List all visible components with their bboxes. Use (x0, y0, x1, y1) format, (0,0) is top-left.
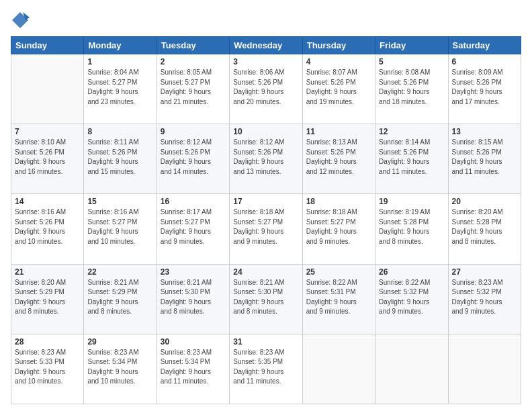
sunrise-text: Sunrise: 8:07 AM (306, 68, 357, 76)
daylight-hours: Daylight: 9 hours (379, 88, 429, 95)
day-info: Sunrise: 8:17 AMSunset: 5:27 PMDaylight:… (161, 208, 226, 246)
day-info: Sunrise: 8:15 AMSunset: 5:26 PMDaylight:… (452, 138, 517, 177)
daylight-hours: Daylight: 9 hours (379, 228, 429, 235)
day-info: Sunrise: 8:16 AMSunset: 5:27 PMDaylight:… (87, 208, 152, 246)
sunset-text: Sunset: 5:27 PM (306, 218, 356, 226)
daylight-hours: Daylight: 9 hours (233, 298, 283, 306)
sunset-text: Sunset: 5:32 PM (379, 288, 429, 295)
daylight-minutes: and 8 minutes. (233, 308, 277, 315)
calendar-cell: 15Sunrise: 8:16 AMSunset: 5:27 PMDayligh… (84, 194, 157, 264)
sunrise-text: Sunrise: 8:11 AM (87, 138, 138, 146)
calendar-cell: 5Sunrise: 8:08 AMSunset: 5:26 PMDaylight… (375, 54, 448, 124)
day-info: Sunrise: 8:16 AMSunset: 5:26 PMDaylight:… (15, 208, 80, 246)
sunrise-text: Sunrise: 8:23 AM (87, 349, 138, 356)
calendar-cell: 25Sunrise: 8:22 AMSunset: 5:31 PMDayligh… (302, 264, 375, 334)
calendar-cell: 14Sunrise: 8:16 AMSunset: 5:26 PMDayligh… (11, 194, 84, 264)
sunrise-text: Sunrise: 8:23 AM (452, 279, 503, 286)
calendar-cell (375, 334, 448, 404)
sunrise-text: Sunrise: 8:18 AM (233, 208, 284, 216)
sunset-text: Sunset: 5:26 PM (161, 148, 210, 156)
sunrise-text: Sunrise: 8:12 AM (161, 138, 212, 146)
sunrise-text: Sunrise: 8:04 AM (87, 68, 138, 76)
daylight-minutes: and 14 minutes. (161, 168, 208, 175)
daylight-hours: Daylight: 9 hours (233, 88, 283, 95)
day-info: Sunrise: 8:12 AMSunset: 5:26 PMDaylight:… (161, 138, 226, 177)
day-info: Sunrise: 8:10 AMSunset: 5:26 PMDaylight:… (15, 138, 80, 177)
sunset-text: Sunset: 5:27 PM (161, 79, 210, 86)
calendar-cell: 10Sunrise: 8:12 AMSunset: 5:26 PMDayligh… (230, 124, 302, 194)
day-info: Sunrise: 8:23 AMSunset: 5:35 PMDaylight:… (233, 348, 298, 387)
calendar-week-row: 14Sunrise: 8:16 AMSunset: 5:26 PMDayligh… (11, 194, 521, 264)
day-number: 17 (233, 197, 298, 206)
col-saturday: Saturday (448, 37, 521, 54)
daylight-hours: Daylight: 9 hours (161, 368, 211, 375)
sunrise-text: Sunrise: 8:20 AM (452, 208, 503, 216)
daylight-minutes: and 20 minutes. (233, 98, 281, 105)
day-number: 31 (233, 337, 298, 347)
day-info: Sunrise: 8:05 AMSunset: 5:27 PMDaylight:… (161, 68, 226, 107)
daylight-minutes: and 9 minutes. (379, 308, 423, 315)
daylight-hours: Daylight: 9 hours (306, 158, 357, 165)
calendar-cell: 1Sunrise: 8:04 AMSunset: 5:27 PMDaylight… (84, 54, 157, 124)
sunset-text: Sunset: 5:32 PM (452, 288, 502, 295)
sunrise-text: Sunrise: 8:10 AM (15, 138, 66, 146)
calendar-cell: 20Sunrise: 8:20 AMSunset: 5:28 PMDayligh… (448, 194, 521, 264)
calendar-cell: 26Sunrise: 8:22 AMSunset: 5:32 PMDayligh… (375, 264, 448, 334)
daylight-hours: Daylight: 9 hours (161, 298, 211, 306)
calendar-cell: 22Sunrise: 8:21 AMSunset: 5:29 PMDayligh… (84, 264, 157, 334)
calendar-cell: 11Sunrise: 8:13 AMSunset: 5:26 PMDayligh… (302, 124, 375, 194)
daylight-hours: Daylight: 9 hours (233, 368, 283, 375)
calendar-cell: 27Sunrise: 8:23 AMSunset: 5:32 PMDayligh… (448, 264, 521, 334)
sunset-text: Sunset: 5:29 PM (87, 288, 137, 295)
daylight-minutes: and 9 minutes. (161, 238, 205, 245)
sunset-text: Sunset: 5:26 PM (87, 148, 137, 156)
day-info: Sunrise: 8:23 AMSunset: 5:34 PMDaylight:… (87, 348, 152, 387)
calendar-week-row: 28Sunrise: 8:23 AMSunset: 5:33 PMDayligh… (11, 334, 521, 404)
sunset-text: Sunset: 5:33 PM (15, 358, 64, 365)
calendar-cell: 12Sunrise: 8:14 AMSunset: 5:26 PMDayligh… (375, 124, 448, 194)
sunrise-text: Sunrise: 8:19 AM (379, 208, 430, 216)
sunset-text: Sunset: 5:31 PM (306, 288, 356, 295)
day-info: Sunrise: 8:22 AMSunset: 5:32 PMDaylight:… (379, 278, 444, 317)
calendar-cell: 16Sunrise: 8:17 AMSunset: 5:27 PMDayligh… (157, 194, 229, 264)
sunrise-text: Sunrise: 8:18 AM (306, 208, 357, 216)
daylight-minutes: and 12 minutes. (306, 168, 354, 175)
day-info: Sunrise: 8:22 AMSunset: 5:31 PMDaylight:… (306, 278, 371, 317)
daylight-minutes: and 11 minutes. (379, 168, 427, 175)
daylight-minutes: and 13 minutes. (233, 168, 281, 175)
daylight-hours: Daylight: 9 hours (161, 158, 211, 165)
day-info: Sunrise: 8:21 AMSunset: 5:30 PMDaylight:… (233, 278, 298, 317)
daylight-minutes: and 8 minutes. (379, 238, 423, 245)
sunset-text: Sunset: 5:26 PM (379, 79, 429, 86)
sunrise-text: Sunrise: 8:21 AM (233, 279, 284, 286)
daylight-hours: Daylight: 9 hours (306, 298, 357, 306)
calendar-cell: 3Sunrise: 8:06 AMSunset: 5:26 PMDaylight… (230, 54, 302, 124)
daylight-hours: Daylight: 9 hours (87, 368, 138, 375)
daylight-hours: Daylight: 9 hours (452, 228, 502, 235)
sunrise-text: Sunrise: 8:12 AM (233, 138, 284, 146)
day-number: 15 (87, 197, 152, 206)
calendar-week-row: 7Sunrise: 8:10 AMSunset: 5:26 PMDaylight… (11, 124, 521, 194)
day-number: 1 (87, 57, 152, 66)
daylight-hours: Daylight: 9 hours (15, 298, 65, 306)
daylight-minutes: and 8 minutes. (452, 238, 496, 245)
day-number: 13 (452, 127, 517, 136)
day-number: 24 (233, 267, 298, 277)
daylight-minutes: and 15 minutes. (87, 168, 135, 175)
daylight-hours: Daylight: 9 hours (452, 298, 502, 306)
calendar-cell: 4Sunrise: 8:07 AMSunset: 5:26 PMDaylight… (302, 54, 375, 124)
daylight-minutes: and 17 minutes. (452, 98, 500, 105)
day-number: 6 (452, 57, 517, 66)
daylight-minutes: and 9 minutes. (306, 308, 351, 315)
calendar-cell: 29Sunrise: 8:23 AMSunset: 5:34 PMDayligh… (84, 334, 157, 404)
daylight-minutes: and 18 minutes. (379, 98, 427, 105)
day-info: Sunrise: 8:23 AMSunset: 5:32 PMDaylight:… (452, 278, 517, 317)
col-sunday: Sunday (11, 37, 84, 54)
sunrise-text: Sunrise: 8:16 AM (87, 208, 138, 216)
calendar-cell: 18Sunrise: 8:18 AMSunset: 5:27 PMDayligh… (302, 194, 375, 264)
day-info: Sunrise: 8:18 AMSunset: 5:27 PMDaylight:… (306, 208, 371, 246)
day-number: 8 (87, 127, 152, 136)
calendar-cell: 28Sunrise: 8:23 AMSunset: 5:33 PMDayligh… (11, 334, 84, 404)
sunset-text: Sunset: 5:26 PM (452, 79, 502, 86)
sunset-text: Sunset: 5:26 PM (15, 148, 64, 156)
